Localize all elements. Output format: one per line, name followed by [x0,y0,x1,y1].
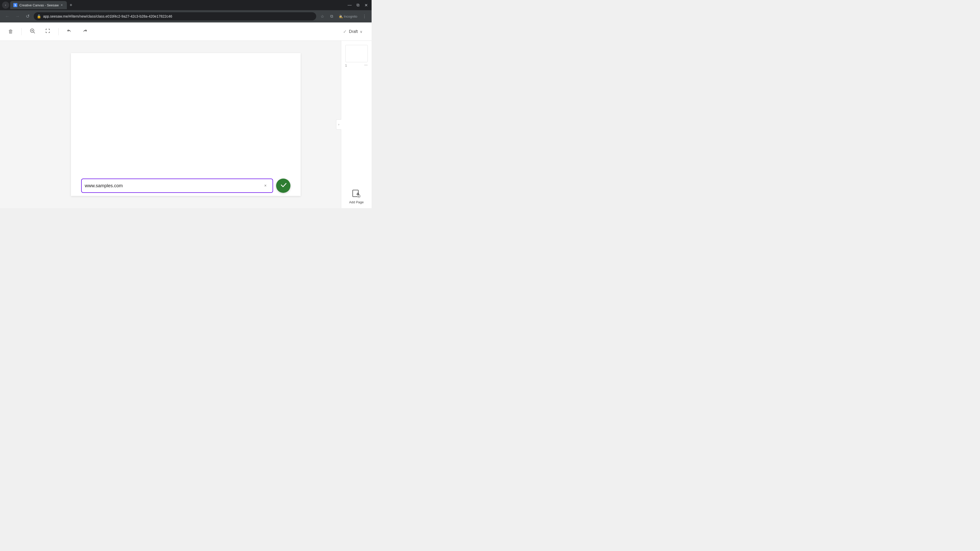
draft-label: Draft [349,29,358,34]
reload-icon: ↺ [26,14,30,19]
close-button[interactable]: ✕ [363,2,369,9]
canvas-page [71,53,301,196]
add-page-button[interactable] [351,188,362,199]
tab-close-button[interactable]: × [60,3,64,7]
draft-check-icon: ✓ [343,29,347,35]
draft-button[interactable]: ✓ Draft ∨ [339,27,366,37]
fullscreen-button[interactable] [42,26,53,37]
canvas-area: × › 1 ··· [0,41,372,208]
redo-icon [82,28,88,35]
add-page-label: Add Page [349,200,364,204]
url-clear-button[interactable]: × [261,182,269,190]
panel-toggle-button[interactable]: › [336,119,341,130]
address-bar: ← → ↺ 🔒 ☆ ⧉ 🕵 Incognito ⋮ [0,10,372,22]
page-thumbnail-1[interactable] [345,45,368,62]
page-thumbnail-footer: 1 ··· [345,63,368,67]
address-input-wrapper: 🔒 [34,12,316,21]
menu-button[interactable]: ⋮ [360,12,369,21]
chevron-left-icon: ‹ [5,3,6,7]
chevron-right-icon: › [339,123,339,126]
tab-bar: ‹ S Creative Canvas - Seesaw × + — ⧉ ✕ [0,0,372,10]
active-tab[interactable]: S Creative Canvas - Seesaw × [10,1,67,9]
toolbar-right: ✓ Draft ∨ [339,27,366,37]
minimize-button[interactable]: — [346,2,353,9]
window-controls: — ⧉ ✕ [346,2,369,9]
tab-title: Creative Canvas - Seesaw [19,3,59,7]
page-number: 1 [345,64,347,67]
url-input[interactable] [85,183,259,189]
tab-nav-prev[interactable]: ‹ [2,2,9,9]
undo-button[interactable] [64,26,75,37]
address-bar-actions: ☆ ⧉ 🕵 Incognito ⋮ [318,12,369,21]
new-tab-button[interactable]: + [67,2,75,9]
dots-icon: ⋮ [363,14,366,19]
submit-check-icon [280,181,287,190]
clear-icon: × [264,183,266,188]
add-page-container[interactable]: Add Page [349,188,364,204]
lock-icon: 🔒 [37,14,41,18]
chevron-down-icon: ∨ [360,30,363,34]
url-input-wrapper: × [81,179,273,193]
forward-icon: → [15,14,20,19]
restore-button[interactable]: ⧉ [354,2,361,9]
tab-favicon: S [13,3,18,7]
redo-button[interactable] [79,26,90,37]
url-input-container: × [81,179,290,193]
page-options-button[interactable]: ··· [364,63,368,67]
right-panel: › 1 ··· Add Page [341,41,372,208]
forward-button[interactable]: → [13,12,21,21]
incognito-icon: 🕵 [339,14,343,18]
trash-icon: 🗑 [8,29,13,35]
toolbar: 🗑 [0,22,372,41]
bookmark-button[interactable]: ☆ [318,12,326,21]
incognito-badge[interactable]: 🕵 Incognito [337,14,360,19]
address-input[interactable] [43,14,313,18]
back-icon: ← [5,14,10,19]
fullscreen-icon [45,28,51,35]
star-icon: ☆ [321,14,324,19]
toolbar-separator-1 [21,28,22,35]
url-submit-button[interactable] [276,179,290,193]
zoom-in-button[interactable] [27,26,38,37]
app-content: 🗑 [0,22,372,208]
incognito-label: Incognito [344,14,357,18]
undo-icon [67,28,72,35]
back-button[interactable]: ← [3,12,11,21]
delete-button[interactable]: 🗑 [5,26,16,37]
reload-button[interactable]: ↺ [24,12,32,21]
zoom-in-icon [30,28,35,35]
puzzle-icon: ⧉ [330,14,333,19]
svg-line-3 [33,32,35,33]
browser-chrome: ‹ S Creative Canvas - Seesaw × + — ⧉ ✕ ←… [0,0,372,22]
plus-icon: + [70,3,73,8]
extensions-button[interactable]: ⧉ [328,12,336,21]
